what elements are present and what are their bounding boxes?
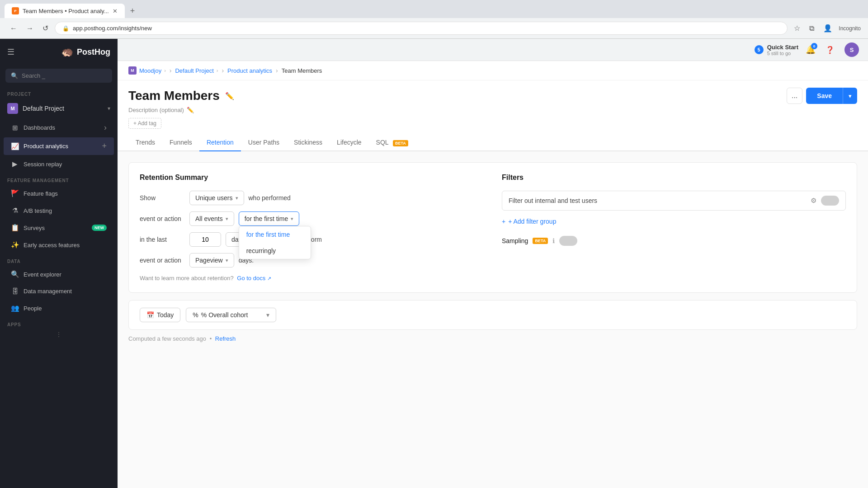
add-filter-group-button[interactable]: + + Add filter group (502, 214, 846, 229)
tab-trends[interactable]: Trends (128, 134, 162, 151)
event-action-label-2: event or action (140, 257, 185, 264)
refresh-button[interactable]: Refresh (215, 335, 236, 342)
event-action-label: event or action (140, 215, 185, 222)
breadcrumb-workspace[interactable]: M Moodjoy › (128, 66, 166, 75)
profile-button[interactable]: 👤 (821, 22, 835, 34)
tab-manager-button[interactable]: ⧉ (807, 23, 817, 34)
sidebar-item-data-management[interactable]: 🗄 Data management (4, 283, 114, 299)
add-tag-button[interactable]: + Add tag (128, 118, 161, 129)
go-to-docs-link[interactable]: Go to docs (237, 275, 265, 282)
tab-sql[interactable]: SQL BETA (369, 134, 415, 151)
breadcrumb-project[interactable]: Default Project › (175, 67, 218, 74)
sampling-beta-badge: BETA (533, 238, 548, 244)
filter-toggle[interactable] (821, 196, 839, 206)
edit-title-icon[interactable]: ✏️ (225, 92, 234, 100)
all-events-label: All events (195, 215, 223, 222)
incognito-label: Incognito (839, 25, 861, 32)
sidebar-item-label-session-replay: Session replay (24, 161, 62, 168)
sidebar-item-session-replay[interactable]: ▶ Session replay (4, 156, 114, 172)
who-performed-text: who performed (249, 194, 291, 202)
retention-card: Retention Summary Show Unique users ▾ wh… (128, 162, 857, 293)
sidebar-item-label-early-access: Early access features (24, 242, 80, 249)
new-tab-button[interactable]: + (127, 5, 139, 18)
data-management-icon: 🗄 (11, 287, 19, 295)
sidebar-item-surveys[interactable]: 📋 Surveys NEW (4, 220, 114, 236)
tab-stickiness[interactable]: Stickiness (287, 134, 330, 151)
cohort-chevron-icon: ▾ (266, 311, 269, 319)
all-events-chevron-icon: ▾ (226, 216, 228, 222)
notifications-button[interactable]: 🔔 0 (806, 45, 816, 55)
posthog-logo: 🦔 PostHog (61, 46, 110, 58)
external-link-icon: ↗ (267, 276, 271, 281)
sidebar-item-dashboards[interactable]: ⊞ Dashboards › (4, 119, 114, 136)
breadcrumb-section[interactable]: Product analytics (227, 67, 272, 74)
tab-lifecycle[interactable]: Lifecycle (330, 134, 368, 151)
quick-start-label: Quick Start (767, 44, 798, 51)
ab-testing-icon: ⚗ (11, 206, 19, 215)
filters-title: Filters (502, 174, 846, 182)
all-events-select[interactable]: All events ▾ (189, 211, 234, 226)
sidebar-item-early-access[interactable]: ✨ Early access features (4, 237, 114, 253)
description-text: Description (optional) (128, 107, 184, 113)
sampling-info-icon[interactable]: ℹ (552, 237, 555, 244)
sidebar-search[interactable]: 🔍 Search _ (5, 69, 112, 83)
sidebar-item-feature-flags[interactable]: 🚩 Feature flags (4, 185, 114, 202)
tab-funnels[interactable]: Funnels (162, 134, 199, 151)
user-avatar[interactable]: S (844, 42, 859, 57)
first-time-select[interactable]: for the first time ▾ (239, 211, 299, 226)
unique-users-chevron-icon: ▾ (236, 195, 238, 201)
quick-start-button[interactable]: 5 Quick Start 5 still to go (755, 44, 798, 56)
project-avatar: M (7, 103, 18, 114)
dropdown-item-first-time[interactable]: for the first time (239, 226, 311, 243)
sidebar-item-event-explorer[interactable]: 🔍 Event explorer (4, 266, 114, 282)
sidebar-menu-button[interactable]: ☰ (7, 47, 14, 57)
sampling-row: Sampling BETA ℹ (502, 236, 846, 246)
learn-more-text: Want to learn more about retention? (140, 275, 234, 282)
product-analytics-add-icon[interactable]: + (102, 141, 107, 151)
retention-row-show: Show Unique users ▾ who performed (140, 191, 484, 205)
bookmark-button[interactable]: ☆ (791, 22, 803, 34)
breadcrumb-project-chevron: › (217, 68, 218, 73)
main-content: 5 Quick Start 5 still to go 🔔 0 ❓ S M Mo… (118, 39, 868, 488)
filter-settings-icon[interactable]: ⚙ (811, 197, 816, 205)
days-number-input[interactable] (189, 232, 221, 247)
tab-retention[interactable]: Retention (199, 134, 241, 151)
tab-close-button[interactable]: ✕ (113, 8, 118, 14)
help-button[interactable]: ❓ (823, 44, 837, 56)
retention-summary-title: Retention Summary (140, 174, 484, 182)
refresh-button[interactable]: ↺ (40, 22, 51, 34)
save-dropdown-button[interactable]: ▾ (843, 88, 857, 104)
address-bar[interactable]: 🔒 app.posthog.com/insights/new (55, 22, 788, 35)
edit-description-icon: ✏️ (187, 107, 194, 113)
page-description[interactable]: Description (optional) ✏️ (128, 107, 857, 113)
back-button[interactable]: ← (7, 23, 20, 34)
cohort-select-button[interactable]: % % Overall cohort ▾ (186, 308, 276, 322)
project-selector[interactable]: M Default Project ▾ (0, 99, 118, 118)
browser-tab[interactable]: P Team Members • Product analy... ✕ (5, 4, 125, 18)
feature-section-label: FEATURE MANAGEMENT (0, 173, 118, 185)
sidebar-item-people[interactable]: 👥 People (4, 300, 114, 316)
forward-button[interactable]: → (24, 23, 36, 34)
pageview-select[interactable]: Pageview ▾ (189, 253, 234, 267)
workspace-avatar: M (128, 66, 137, 75)
sampling-toggle[interactable] (559, 236, 577, 246)
unique-users-label: Unique users (195, 194, 233, 202)
posthog-logo-icon: 🦔 (61, 46, 73, 58)
more-options-button[interactable]: ... (787, 88, 802, 104)
session-replay-icon: ▶ (11, 160, 19, 168)
url-text: app.posthog.com/insights/new (73, 25, 152, 32)
search-placeholder: Search _ (22, 72, 45, 79)
save-button[interactable]: Save (806, 88, 843, 104)
bottom-controls: 📅 Today % % Overall cohort ▾ (128, 300, 857, 330)
sidebar-item-ab-testing[interactable]: ⚗ A/B testing (4, 202, 114, 219)
quick-start-badge: 5 (755, 45, 764, 54)
sidebar-item-product-analytics[interactable]: 📈 Product analytics + (4, 137, 114, 155)
retention-row-event: event or action All events ▾ for the fir… (140, 211, 484, 226)
add-filter-plus-icon: + (502, 218, 505, 225)
retention-row-last: in the last days ▾ came back to perform (140, 232, 484, 247)
unique-users-select[interactable]: Unique users ▾ (189, 191, 244, 205)
date-picker-button[interactable]: 📅 Today (140, 308, 180, 322)
add-filter-label: + Add filter group (508, 218, 556, 225)
tab-user-paths[interactable]: User Paths (241, 134, 287, 151)
dropdown-item-recurringly[interactable]: recurringly (239, 243, 311, 259)
